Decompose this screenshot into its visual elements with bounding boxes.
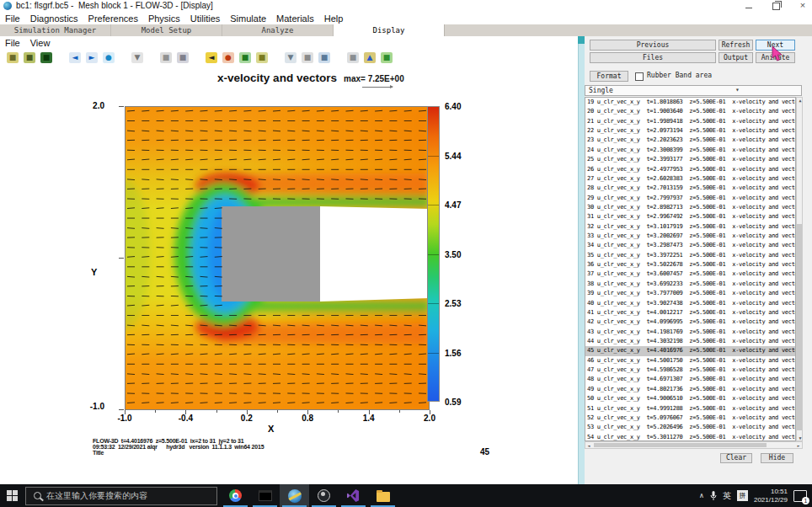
list-item-33[interactable]: 33 u_clr_vec_x_y t=3.2002697 z=5.500E-01… [585, 232, 795, 241]
list-item-24[interactable]: 24 u_clr_vec_x_y t=2.3008399 z=5.500E-01… [585, 146, 795, 155]
scroll-up-icon[interactable]: ▲ [797, 98, 804, 103]
taskbar-app-terminal[interactable] [250, 484, 280, 507]
list-item-21[interactable]: 21 u_clr_vec_x_y t=1.9989418 z=5.500E-01… [585, 117, 795, 126]
list-item-29[interactable]: 29 u_clr_vec_x_y t=2.7997937 z=5.500E-01… [585, 194, 795, 203]
display-menu-view[interactable]: View [25, 38, 56, 48]
open-results-icon[interactable]: ■ [7, 52, 19, 63]
tray-chevron-icon[interactable]: ∧ [699, 492, 704, 499]
list-item-50[interactable]: 50 u_clr_vec_x_y t=4.9006510 z=5.500E-01… [585, 394, 795, 403]
list-item-38[interactable]: 38 u_clr_vec_x_y t=3.6992233 z=5.500E-01… [585, 280, 795, 289]
list-item-54[interactable]: 54 u_clr_vec_x_y t=5.3011270 z=5.500E-01… [585, 433, 795, 441]
list-item-25[interactable]: 25 u_clr_vec_x_y t=2.3993177 z=5.500E-01… [585, 155, 795, 164]
restore-icon[interactable] [763, 0, 788, 12]
vertical-scroll-thumb[interactable] [797, 224, 802, 430]
list-item-51[interactable]: 51 u_clr_vec_x_y t=4.9991288 z=5.500E-01… [585, 404, 795, 414]
previous-frame-icon[interactable]: ◄ [69, 52, 81, 63]
plot-3d-icon[interactable]: ■ [318, 52, 330, 63]
list-item-47[interactable]: 47 u_clr_vec_x_y t=4.5986528 z=5.500E-01… [585, 366, 795, 375]
notification-center-icon[interactable]: 1 [793, 490, 807, 502]
menu-file[interactable]: File [0, 13, 25, 24]
refresh-button[interactable]: Refresh [719, 40, 753, 51]
save-icon[interactable]: ■ [40, 52, 52, 63]
taskbar-app-file-explorer[interactable] [368, 484, 398, 507]
next-frame-icon[interactable]: ► [86, 52, 98, 63]
list-item-43[interactable]: 43 u_clr_vec_x_y t=4.1981769 z=5.500E-01… [585, 328, 795, 337]
probe-icon[interactable]: ◄ [206, 52, 217, 63]
list-item-27[interactable]: 27 u_clr_vec_x_y t=2.6028383 z=5.500E-01… [585, 174, 795, 184]
list-item-53[interactable]: 53 u_clr_vec_x_y t=5.2026496 z=5.500E-01… [585, 423, 795, 432]
taskbar-app-chrome[interactable] [221, 484, 250, 507]
tab-simulation-manager[interactable]: Simulation Manager [0, 24, 111, 36]
list-item-35[interactable]: 35 u_clr_vec_x_y t=3.3972251 z=5.500E-01… [585, 251, 795, 260]
list-item-44[interactable]: 44 u_clr_vec_x_y t=4.3032198 z=5.500E-01… [585, 337, 795, 346]
list-item-46[interactable]: 46 u_clr_vec_x_y t=4.5001750 z=5.500E-01… [585, 356, 795, 366]
list-item-26[interactable]: 26 u_clr_vec_x_y t=2.4977953 z=5.500E-01… [585, 165, 795, 174]
window-mode-icon[interactable]: ▼ [131, 52, 143, 63]
menu-simulate[interactable]: Simulate [225, 13, 271, 24]
scroll-left-icon[interactable]: ◄ [585, 443, 592, 448]
horizontal-scrollbar[interactable]: ◄ ► [585, 441, 803, 449]
menu-physics[interactable]: Physics [143, 13, 185, 24]
mesh-icon[interactable]: ■ [239, 52, 251, 63]
list-item-31[interactable]: 31 u_clr_vec_x_y t=2.9967492 z=5.500E-01… [585, 212, 795, 221]
panel-splitter[interactable] [578, 36, 585, 484]
rubber-band-checkbox[interactable] [635, 72, 644, 81]
output-button[interactable]: Output [719, 52, 753, 63]
tab-display[interactable]: Display [334, 24, 445, 36]
list-item-52[interactable]: 52 u_clr_vec_x_y t=5.0976067 z=5.500E-01… [585, 414, 795, 423]
list-item-36[interactable]: 36 u_clr_vec_x_y t=3.5022678 z=5.500E-01… [585, 260, 795, 270]
plot-list[interactable]: 19 u_clr_vec_x_y t=1.8018863 z=5.500E-01… [585, 97, 796, 441]
scroll-down-icon[interactable]: ▼ [797, 435, 804, 440]
list-item-48[interactable]: 48 u_clr_vec_x_y t=4.6971307 z=5.500E-01… [585, 375, 795, 384]
mesh-outline-icon[interactable]: ■ [256, 52, 268, 63]
plot-mode-dropdown[interactable]: Single ▾ [585, 85, 802, 96]
stop-render-icon[interactable]: ● [222, 52, 234, 63]
taskbar-search[interactable]: 在这里输入你要搜索的内容 [25, 487, 217, 505]
import-image-icon[interactable]: ▲ [364, 52, 376, 63]
list-item-23[interactable]: 23 u_clr_vec_x_y t=2.2023623 z=5.500E-01… [585, 136, 795, 145]
list-item-28[interactable]: 28 u_clr_vec_x_y t=2.7013159 z=5.500E-01… [585, 184, 795, 193]
list-item-40[interactable]: 40 u_clr_vec_x_y t=3.9027438 z=5.500E-01… [585, 299, 795, 308]
print-icon[interactable]: ■ [347, 52, 359, 63]
microphone-icon[interactable] [710, 491, 717, 501]
menu-help[interactable]: Help [319, 13, 349, 24]
grid-icon[interactable]: ■ [160, 52, 172, 63]
list-item-42[interactable]: 42 u_clr_vec_x_y t=4.0996995 z=5.500E-01… [585, 318, 795, 327]
list-item-37[interactable]: 37 u_clr_vec_x_y t=3.6007457 z=5.500E-01… [585, 270, 795, 279]
list-item-30[interactable]: 30 u_clr_vec_x_y t=2.8982713 z=5.500E-01… [585, 203, 795, 212]
fit-view-icon[interactable]: ● [103, 52, 115, 63]
list-item-20[interactable]: 20 u_clr_vec_x_y t=1.9003640 z=5.500E-01… [585, 107, 795, 116]
tab-model-setup[interactable]: Model Setup [111, 24, 222, 36]
taskbar-app-visual-studio[interactable] [339, 484, 368, 507]
ime-language-indicator[interactable]: 英 [723, 490, 731, 502]
previous-button[interactable]: Previous [590, 40, 716, 51]
menu-materials[interactable]: Materials [271, 13, 319, 24]
splitter-handle[interactable] [578, 36, 585, 44]
minimize-icon[interactable] [736, 0, 761, 12]
hide-button[interactable]: Hide [761, 453, 793, 463]
list-item-19[interactable]: 19 u_clr_vec_x_y t=1.8018863 z=5.500E-01… [585, 98, 795, 107]
plot-1d-icon[interactable]: ▼ [285, 52, 296, 63]
taskbar-app-obs[interactable] [309, 484, 339, 507]
plot-2d-icon[interactable]: ■ [302, 52, 313, 63]
list-item-32[interactable]: 32 u_clr_vec_x_y t=3.1017919 z=5.500E-01… [585, 222, 795, 232]
open-file-icon[interactable]: ■ [24, 52, 35, 63]
clear-button[interactable]: Clear [720, 453, 752, 463]
ime-mode-icon[interactable]: 拼 [737, 490, 748, 501]
blocks-icon[interactable]: ■ [177, 52, 189, 63]
menu-diagnostics[interactable]: Diagnostics [25, 13, 83, 24]
format-button[interactable]: Format [590, 71, 628, 82]
list-item-39[interactable]: 39 u_clr_vec_x_y t=3.7977009 z=5.500E-01… [585, 289, 795, 298]
taskbar-clock[interactable]: 10:51 2021/12/29 [754, 488, 788, 504]
horizontal-scroll-thumb[interactable] [594, 443, 767, 447]
list-item-34[interactable]: 34 u_clr_vec_x_y t=3.2987473 z=5.500E-01… [585, 241, 795, 250]
scroll-right-icon[interactable]: ► [795, 443, 802, 448]
list-item-45[interactable]: 45 u_clr_vec_x_y t=4.4016976 z=5.500E-01… [585, 346, 795, 355]
taskbar-app-flow3d[interactable] [280, 484, 309, 507]
render-scene-icon[interactable]: ■ [381, 52, 393, 63]
menu-utilities[interactable]: Utilities [185, 13, 225, 24]
files-button[interactable]: Files [590, 52, 716, 63]
display-menu-file[interactable]: File [0, 38, 25, 48]
start-button[interactable] [0, 484, 24, 507]
tab-analyze[interactable]: Analyze [222, 24, 334, 36]
